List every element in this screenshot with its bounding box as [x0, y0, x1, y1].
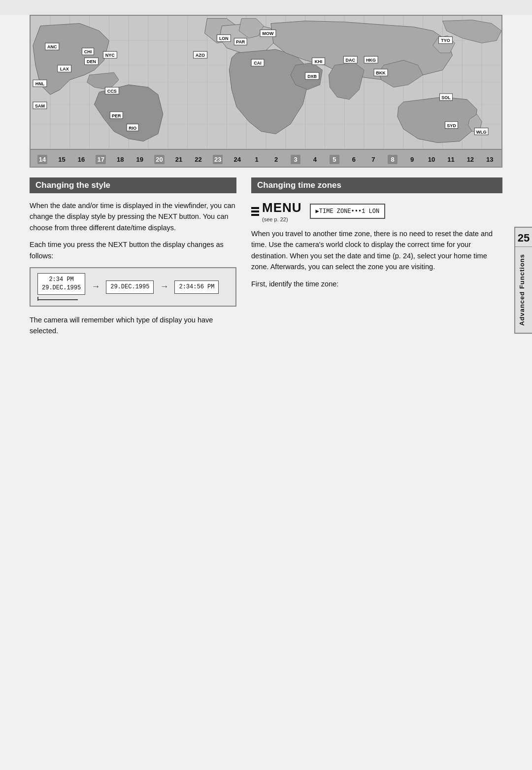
svg-text:DAC: DAC	[346, 58, 356, 63]
arrow-2: →	[160, 280, 168, 294]
svg-text:SAM: SAM	[35, 104, 45, 108]
svg-text:PER: PER	[112, 113, 121, 118]
page-number: 25	[515, 228, 532, 247]
tz-7: 7	[368, 156, 378, 163]
tz-12: 12	[466, 156, 475, 163]
menu-bar-3	[251, 214, 259, 216]
page-sidebar-label: Advanced Functions	[515, 247, 529, 333]
tz-24: 24	[233, 156, 242, 163]
tz-15: 15	[57, 156, 67, 163]
svg-text:DEN: DEN	[87, 59, 96, 64]
right-section-header: Changing time zones	[251, 177, 502, 193]
svg-text:WLG: WLG	[476, 130, 487, 135]
right-section-body: When you travel to another time zone, th…	[251, 228, 502, 289]
svg-text:PAR: PAR	[236, 39, 245, 44]
svg-text:MOW: MOW	[263, 31, 274, 36]
svg-text:SYD: SYD	[447, 123, 456, 128]
tz-16: 16	[76, 156, 86, 163]
tz-8: 8	[388, 155, 398, 164]
menu-bar-2	[251, 210, 259, 212]
svg-text:ANC: ANC	[47, 44, 57, 49]
tz-23: 23	[213, 155, 223, 164]
tz-2: 2	[271, 156, 281, 163]
page-container: ANC HNL SAM LAX CHI DEN NYC	[0, 15, 532, 770]
display-box-2: 29.DEC.1995	[106, 280, 154, 294]
display3-text: 2:34:56 PM	[179, 283, 214, 291]
svg-text:HNL: HNL	[35, 81, 45, 86]
display-examples: 2:34 PM 29.DEC.1995 → 29.DEC.1995 →	[30, 267, 236, 307]
tz-14: 14	[37, 155, 47, 164]
svg-text:CCS: CCS	[107, 89, 117, 94]
display2-text: 29.DEC.1995	[110, 283, 149, 291]
display1-line1: 2:34 PM	[42, 276, 81, 284]
tz-9: 9	[407, 156, 417, 163]
display1-line2: 29.DEC.1995	[42, 284, 81, 292]
tz-22: 22	[193, 156, 203, 163]
left-para3: The camera will remember which type of d…	[30, 315, 236, 337]
content-area: Changing the style When the date and/or …	[30, 177, 502, 343]
display-box-3: 2:34:56 PM	[174, 280, 219, 294]
tz-19: 19	[135, 156, 145, 163]
right-para1: When you travel to another time zone, th…	[251, 228, 502, 273]
svg-text:KHI: KHI	[315, 59, 322, 64]
tz-20: 20	[154, 155, 164, 164]
world-map-section: ANC HNL SAM LAX CHI DEN NYC	[30, 15, 502, 168]
map-svg-container: ANC HNL SAM LAX CHI DEN NYC	[31, 16, 501, 149]
svg-text:NYC: NYC	[105, 53, 115, 58]
tz-6: 6	[349, 156, 359, 163]
tz-13: 13	[485, 156, 495, 163]
tz-11: 11	[446, 156, 456, 163]
svg-text:LON: LON	[219, 36, 229, 41]
right-column: Changing time zones MENU (see p. 22) ▶TI…	[246, 177, 502, 343]
svg-text:TYO: TYO	[441, 38, 450, 43]
tz-18: 18	[115, 156, 125, 163]
left-section-body: When the date and/or time is displayed i…	[30, 200, 236, 337]
page-tab: 25 Advanced Functions	[514, 227, 532, 334]
right-para2: First, identify the time zone:	[251, 279, 502, 289]
menu-sub-label: (see p. 22)	[262, 216, 302, 222]
svg-text:CHI: CHI	[84, 49, 92, 54]
arrow-1: →	[91, 280, 100, 294]
left-para1: When the date and/or time is displayed i…	[30, 200, 236, 233]
svg-text:SOL: SOL	[441, 95, 451, 100]
menu-display-row: MENU (see p. 22) ▶TIME ZONE•••1 LON	[251, 200, 502, 222]
menu-icon-box: MENU (see p. 22)	[251, 200, 302, 222]
svg-text:RIO: RIO	[129, 126, 136, 131]
display-box-1: 2:34 PM 29.DEC.1995	[37, 273, 85, 295]
svg-text:BKK: BKK	[376, 70, 386, 75]
tz-4: 4	[310, 156, 320, 163]
left-column: Changing the style When the date and/or …	[30, 177, 246, 343]
svg-text:LAX: LAX	[60, 67, 69, 71]
menu-bar-1	[251, 207, 259, 209]
timezone-bar: 14 15 16 17 18 19 20 21 22 23 24 1 2 3 4…	[31, 149, 501, 168]
svg-text:HKG: HKG	[366, 58, 376, 63]
tz-10: 10	[427, 156, 436, 163]
tz-5: 5	[330, 155, 339, 164]
svg-text:CAI: CAI	[254, 61, 261, 66]
tz-17: 17	[96, 155, 105, 164]
tz-21: 21	[174, 156, 184, 163]
bracket-line	[38, 299, 78, 300]
tz-3: 3	[291, 155, 300, 164]
svg-text:DXB: DXB	[307, 74, 317, 79]
svg-text:AZO: AZO	[196, 53, 205, 58]
menu-bars-icon	[251, 207, 259, 216]
left-para2: Each time you press the NEXT button the …	[30, 239, 236, 261]
menu-label: MENU	[262, 200, 302, 215]
tz-1: 1	[252, 156, 262, 163]
timezone-screen: ▶TIME ZONE•••1 LON	[310, 204, 386, 219]
left-section-header: Changing the style	[30, 177, 236, 193]
